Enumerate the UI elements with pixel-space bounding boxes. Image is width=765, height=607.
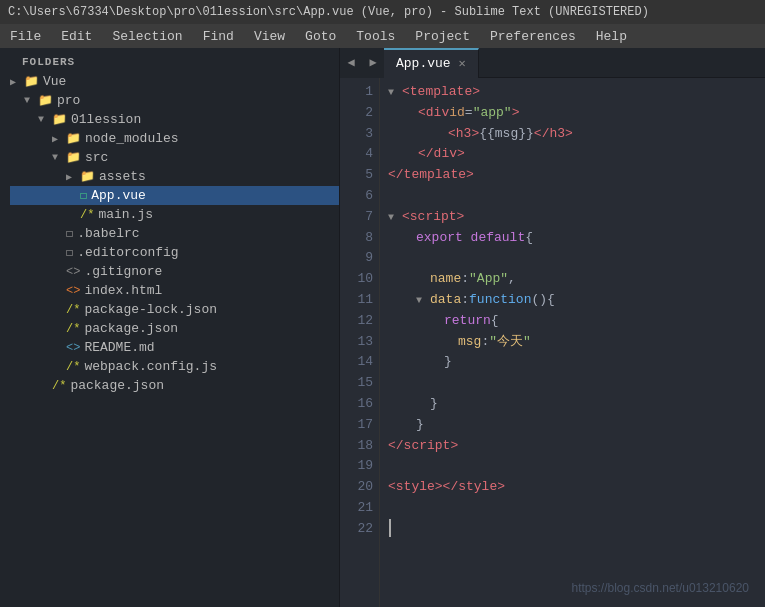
left-gutter xyxy=(0,48,10,607)
tab-app-vue[interactable]: App.vue ✕ xyxy=(384,48,479,78)
tab-next-btn[interactable]: ▶ xyxy=(362,48,384,78)
tree-item-package-json[interactable]: ▶ /* package.json xyxy=(10,319,339,338)
tab-close-btn[interactable]: ✕ xyxy=(459,56,466,71)
code-line-4: </div> xyxy=(388,144,757,165)
code-line-12: return { xyxy=(388,311,757,332)
sidebar: FOLDERS ▶ 📁 Vue ▼ 📁 pro ▼ 📁 xyxy=(0,48,340,607)
main-layout: FOLDERS ▶ 📁 Vue ▼ 📁 pro ▼ 📁 xyxy=(0,48,765,607)
tree-item-babelrc[interactable]: ▶ ◻ .babelrc xyxy=(10,224,339,243)
tree-item-editorconfig[interactable]: ▶ ◻ .editorconfig xyxy=(10,243,339,262)
menu-help[interactable]: Help xyxy=(586,24,637,48)
code-line-5: </template> xyxy=(388,165,757,186)
tree-item-index-html[interactable]: ▶ <> index.html xyxy=(10,281,339,300)
title-text: C:\Users\67334\Desktop\pro\01lession\src… xyxy=(8,5,649,19)
tree-item-pro-package-json[interactable]: ▶ /* package.json xyxy=(10,376,339,395)
code-line-8: ▼ export default{ xyxy=(388,228,757,249)
menu-preferences[interactable]: Preferences xyxy=(480,24,586,48)
menu-project[interactable]: Project xyxy=(405,24,480,48)
tree-item-assets[interactable]: ▶ 📁 assets xyxy=(10,167,339,186)
tree-item-gitignore[interactable]: ▶ <> .gitignore xyxy=(10,262,339,281)
menu-bar: File Edit Selection Find View Goto Tools… xyxy=(0,24,765,48)
tree-item-src[interactable]: ▼ 📁 src xyxy=(10,148,339,167)
code-line-19 xyxy=(388,456,757,477)
code-line-16: } xyxy=(388,394,757,415)
tree-item-main-js[interactable]: ▶ /* main.js xyxy=(10,205,339,224)
menu-view[interactable]: View xyxy=(244,24,295,48)
menu-tools[interactable]: Tools xyxy=(346,24,405,48)
tree-item-app-vue[interactable]: ▶ ◻ App.vue xyxy=(10,186,339,205)
code-line-20: <style></style> xyxy=(388,477,757,498)
code-line-10: name:"App", xyxy=(388,269,757,290)
editor-content: 1 2 3 4 5 6 7 8 9 10 11 12 13 14 15 16 1… xyxy=(340,78,765,607)
code-line-7: ▼ <script> xyxy=(388,207,757,228)
tab-label: App.vue xyxy=(396,56,451,71)
editor-area: ◀ ▶ App.vue ✕ 1 2 3 4 5 6 7 8 9 10 11 xyxy=(340,48,765,607)
code-line-2: <div id="app"> xyxy=(388,103,757,124)
tree-item-01lession[interactable]: ▼ 📁 01lession xyxy=(10,110,339,129)
code-line-9 xyxy=(388,248,757,269)
menu-goto[interactable]: Goto xyxy=(295,24,346,48)
code-line-17: } xyxy=(388,415,757,436)
tab-prev-btn[interactable]: ◀ xyxy=(340,48,362,78)
code-line-1: ▼ <template> xyxy=(388,82,757,103)
code-line-18: </script> xyxy=(388,436,757,457)
code-line-3: <h3>{{msg}}</h3> xyxy=(388,124,757,145)
title-bar: C:\Users\67334\Desktop\pro\01lession\src… xyxy=(0,0,765,24)
code-area[interactable]: ▼ <template> <div id="app"> <h3>{{msg}}<… xyxy=(380,78,765,607)
line-numbers: 1 2 3 4 5 6 7 8 9 10 11 12 13 14 15 16 1… xyxy=(340,78,380,607)
menu-file[interactable]: File xyxy=(0,24,51,48)
tree-item-node-modules[interactable]: ▶ 📁 node_modules xyxy=(10,129,339,148)
tree-item-readme[interactable]: ▶ <> README.md xyxy=(10,338,339,357)
tree-item-vue[interactable]: ▶ 📁 Vue xyxy=(10,72,339,91)
code-line-11: ▼ data:function(){ xyxy=(388,290,757,311)
tree-item-webpack-config[interactable]: ▶ /* webpack.config.js xyxy=(10,357,339,376)
tree-item-package-lock-json[interactable]: ▶ /* package-lock.json xyxy=(10,300,339,319)
folders-header: FOLDERS xyxy=(0,48,339,72)
tab-bar: ◀ ▶ App.vue ✕ xyxy=(340,48,765,78)
code-line-14: } xyxy=(388,352,757,373)
code-line-21 xyxy=(388,498,757,519)
code-line-13: msg:"今天" xyxy=(388,332,757,353)
menu-edit[interactable]: Edit xyxy=(51,24,102,48)
code-line-6 xyxy=(388,186,757,207)
menu-selection[interactable]: Selection xyxy=(102,24,192,48)
code-line-22 xyxy=(388,519,757,539)
watermark: https://blog.csdn.net/u013210620 xyxy=(572,581,749,595)
menu-find[interactable]: Find xyxy=(193,24,244,48)
code-line-15 xyxy=(388,373,757,394)
tree-item-pro[interactable]: ▼ 📁 pro xyxy=(10,91,339,110)
